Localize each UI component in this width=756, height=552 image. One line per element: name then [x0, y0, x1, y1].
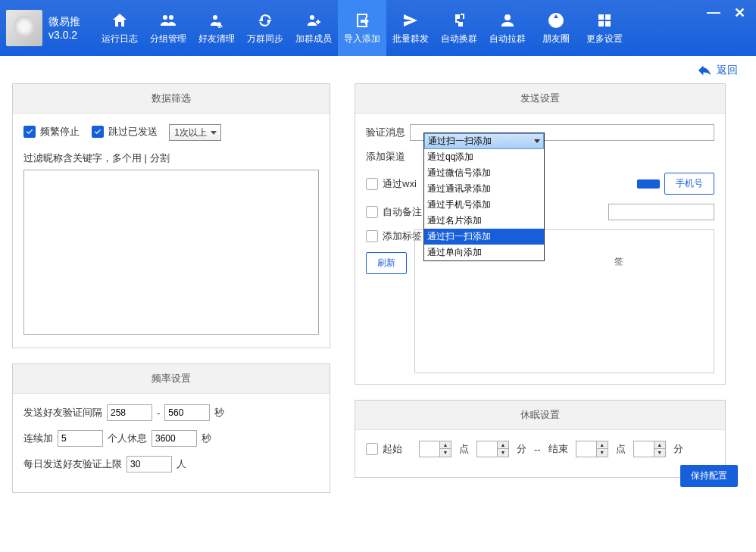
start-min-spinner[interactable]: ▲▼ [476, 441, 509, 457]
minimize-button[interactable]: — [707, 5, 720, 21]
nav-switch[interactable]: 自动换群 [435, 0, 483, 56]
channel-option[interactable]: 通过单向添加 [424, 245, 544, 260]
dash: - [157, 407, 160, 419]
checkbox-label: 自动备注 [383, 205, 422, 219]
unit-hour: 点 [616, 442, 626, 456]
add-tag-checkbox[interactable]: 添加标签 [366, 229, 422, 243]
close-button[interactable]: ✕ [734, 5, 745, 21]
back-icon [697, 64, 712, 76]
nav-label: 自动换群 [441, 33, 477, 45]
nav-pull[interactable]: 自动拉群 [483, 0, 532, 56]
end-label: 结束 [548, 442, 568, 456]
continuous-label: 连续加 [23, 432, 53, 445]
continuous-input[interactable] [58, 430, 103, 447]
aperture-icon [547, 11, 565, 30]
frequent-stop-checkbox[interactable]: 频繁停止 [23, 125, 80, 139]
nav-members[interactable]: 加群成员 [289, 0, 338, 56]
verify-msg-label: 验证消息 [366, 126, 405, 139]
via-wxid-checkbox[interactable]: 通过wxi [366, 177, 417, 191]
times-dropdown[interactable]: 1次以上 [169, 124, 221, 141]
unit-min: 分 [517, 442, 526, 456]
interval-label: 发送好友验证间隔 [23, 406, 102, 419]
nav-sync[interactable]: 万群同步 [241, 0, 289, 56]
checkbox-label: 通过wxi [383, 177, 417, 191]
rest-label: 个人休息 [108, 432, 147, 445]
logo-block: 微易推 v3.0.2 [6, 10, 80, 46]
nav-label: 朋友圈 [542, 33, 570, 45]
unit-sec: 秒 [201, 432, 211, 445]
nav-label: 加群成员 [295, 33, 332, 45]
switch-icon [450, 11, 468, 30]
nav-label: 运行日志 [102, 33, 138, 45]
daily-label: 每日发送好友验证上限 [23, 457, 122, 471]
unit-hour: 点 [459, 442, 469, 456]
app-title: 微易推 v3.0.2 [48, 14, 80, 42]
remark-input[interactable] [608, 204, 714, 220]
rest-input[interactable] [152, 430, 197, 447]
channel-option[interactable]: 通过通讯录添加 [424, 181, 544, 197]
user-search-icon [208, 11, 226, 30]
grid-icon [595, 11, 614, 30]
nav-batch[interactable]: 批量群发 [386, 0, 435, 56]
daily-input[interactable] [127, 456, 172, 472]
nav-groups[interactable]: 分组管理 [144, 0, 192, 56]
interval-from-input[interactable] [107, 404, 152, 421]
back-link[interactable]: 返回 [697, 64, 738, 77]
checkbox-label: 起始 [383, 442, 402, 456]
sync-icon [256, 11, 274, 30]
nav-label: 分组管理 [150, 33, 186, 45]
separator: -- [534, 444, 541, 455]
nav-import[interactable]: 导入添加 [338, 0, 386, 56]
unit-min: 分 [673, 442, 683, 456]
filter-title: 数据筛选 [13, 84, 330, 114]
home-icon [111, 11, 129, 30]
nav-label: 万群同步 [247, 33, 283, 45]
save-config-button[interactable]: 保持配置 [680, 465, 738, 487]
nav-logs[interactable]: 运行日志 [95, 0, 144, 56]
channel-label: 添加渠道 [366, 150, 405, 164]
nav-clean[interactable]: 好友清理 [192, 0, 241, 56]
nav-more[interactable]: 更多设置 [580, 0, 629, 56]
avatar [6, 10, 42, 46]
checkbox-label: 频繁停止 [40, 125, 80, 139]
end-hour-spinner[interactable]: ▲▼ [576, 441, 608, 457]
channel-options-list: 通过qq添加 通过微信号添加 通过通讯录添加 通过手机号添加 通过名片添加 通过… [424, 149, 544, 260]
channel-dropdown-popup: 通过扫一扫添加 通过qq添加 通过微信号添加 通过通讯录添加 通过手机号添加 通… [423, 133, 545, 261]
phone-button[interactable]: 手机号 [664, 173, 714, 195]
skip-sent-checkbox[interactable]: 跳过已发送 [92, 125, 158, 139]
auto-remark-checkbox[interactable]: 自动备注 [366, 205, 422, 219]
main-content: 返回 数据筛选 频繁停止 跳过已发送 1次以上 过滤昵称含关键字，多个用 | 分… [0, 56, 756, 501]
blue-button[interactable] [637, 179, 660, 189]
filter-panel: 数据筛选 频繁停止 跳过已发送 1次以上 过滤昵称含关键字，多个用 | 分割 [12, 83, 330, 348]
sleep-panel: 休眠设置 起始 ▲▼ 点 ▲▼ 分 -- 结束 ▲▼ 点 [355, 400, 726, 478]
nav-label: 批量群发 [392, 33, 429, 45]
unit-sec: 秒 [214, 406, 224, 419]
refresh-button[interactable]: 刷新 [366, 252, 407, 274]
nav-moments[interactable]: 朋友圈 [532, 0, 580, 56]
user-group-icon [498, 11, 517, 30]
unit-people: 人 [177, 457, 186, 471]
sleep-title: 休眠设置 [355, 401, 725, 430]
frequency-panel: 频率设置 发送好友验证间隔 - 秒 连续加 个人休息 秒 [12, 363, 330, 493]
filter-keyword-textarea[interactable] [23, 170, 319, 335]
channel-selected[interactable]: 通过扫一扫添加 [424, 133, 544, 149]
back-label: 返回 [717, 64, 738, 77]
channel-option[interactable]: 通过qq添加 [424, 149, 544, 165]
end-min-spinner[interactable]: ▲▼ [633, 441, 666, 457]
send-title: 发送设置 [355, 84, 725, 114]
main-nav: 运行日志 分组管理 好友清理 万群同步 加群成员 导入添加 批量群发 自动换群 [95, 0, 629, 56]
channel-option[interactable]: 通过扫一扫添加 [424, 229, 544, 245]
checkbox-label: 跳过已发送 [108, 125, 158, 139]
nav-label: 好友清理 [198, 33, 235, 45]
nav-label: 自动拉群 [489, 33, 526, 45]
frequency-title: 频率设置 [13, 364, 330, 394]
interval-to-input[interactable] [164, 404, 210, 421]
channel-option[interactable]: 通过手机号添加 [424, 197, 544, 213]
start-hour-spinner[interactable]: ▲▼ [419, 441, 451, 457]
nav-label: 导入添加 [344, 33, 380, 45]
users-icon [159, 11, 177, 30]
filter-keyword-label: 过滤昵称含关键字，多个用 | 分割 [23, 151, 319, 165]
channel-option[interactable]: 通过微信号添加 [424, 165, 544, 181]
channel-option[interactable]: 通过名片添加 [424, 213, 544, 229]
sleep-start-checkbox[interactable]: 起始 [366, 442, 402, 456]
